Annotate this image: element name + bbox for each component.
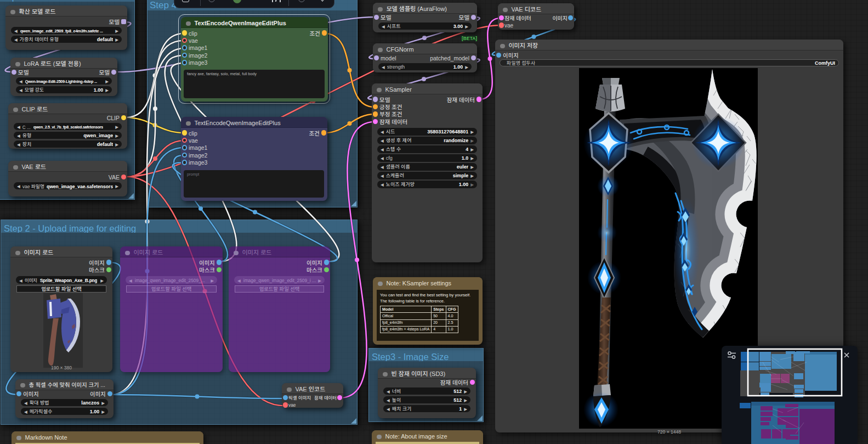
collapse-dot[interactable]	[15, 62, 20, 67]
collapse-dot[interactable]	[13, 108, 18, 113]
node-vae-loader[interactable]: VAE 로드 VAE ◀vae 파일명qwen_image_vae.safete…	[8, 161, 127, 196]
node-title-bar[interactable]: 모델 샘플링 (AuraFlow)	[373, 3, 477, 14]
node-textencode-negative[interactable]: TextEncodeQwenImageEditPlus clip 조건 vae …	[181, 117, 327, 201]
node-title-bar[interactable]: TextEncodeQwenImageEditPlus	[181, 17, 328, 28]
node-title-bar[interactable]: CFGNorm	[373, 43, 477, 54]
collapse-dot[interactable]	[378, 7, 383, 12]
node-title-bar[interactable]: LoRA 로드 (모델 전용)	[10, 58, 117, 69]
history-icon[interactable]	[298, 0, 305, 2]
collapse-dot[interactable]	[10, 10, 15, 15]
widget-denoise[interactable]: ◀노이즈 제거양1.00▶	[377, 181, 477, 188]
collapse-dot[interactable]	[503, 8, 508, 13]
group-resize-handle[interactable]	[128, 193, 134, 199]
node-title-bar[interactable]: KSampler	[372, 83, 483, 94]
output-port-model[interactable]	[121, 19, 127, 25]
input-port-vae[interactable]	[283, 402, 288, 408]
node-cfgnorm[interactable]: CFGNorm model patched_model ◀strength1.0…	[373, 43, 477, 72]
input-port-model[interactable]	[374, 15, 379, 20]
output-port-mask[interactable]	[217, 267, 222, 273]
input-port-image3[interactable]	[182, 160, 188, 165]
output-port-conditioning[interactable]	[322, 30, 327, 36]
widget-filename-prefix[interactable]: 파일명 접두사 ComfyUI	[500, 59, 839, 66]
node-title-bar[interactable]: VAE 로드	[8, 161, 127, 172]
output-port-model[interactable]	[111, 70, 117, 75]
collapse-dot[interactable]	[378, 48, 383, 53]
node-title-bar[interactable]: Markdown Note	[12, 431, 203, 442]
node-title-bar[interactable]: VAE 인코드	[282, 383, 343, 394]
widget-image-file[interactable]: ◀image_qwen_image_edit_2509_...▶	[126, 276, 217, 284]
group-resize-handle[interactable]	[477, 415, 483, 421]
workflows-icon[interactable]	[728, 352, 736, 358]
node-load-image-3-bypassed[interactable]: 이미지 로드 이미지 마스크 ◀image_qwen_image_edit_25…	[229, 246, 330, 372]
widget-image-file[interactable]: ◀이미지Sprite_Weapon_Axe_B.png▶	[16, 276, 107, 284]
widget-control-after-generate[interactable]: ◀생성 후 제어randomize▶	[377, 137, 477, 144]
output-port-latent[interactable]	[470, 380, 475, 385]
collapse-dot[interactable]	[20, 383, 25, 388]
close-icon[interactable]	[844, 353, 849, 357]
output-port-clip[interactable]	[121, 115, 127, 121]
collapse-dot[interactable]	[378, 282, 383, 286]
input-port-image1[interactable]	[182, 145, 188, 150]
node-title-bar[interactable]: 확산 모델 로드	[5, 5, 127, 16]
collapse-dot[interactable]	[186, 21, 191, 26]
input-port-clip[interactable]	[182, 130, 188, 136]
node-vae-encode[interactable]: VAE 인코드 픽셀 이미지 잠재 데이터 vae	[282, 383, 343, 408]
collapse-dot[interactable]	[13, 165, 18, 170]
input-port-model[interactable]	[12, 70, 17, 75]
widget-clip-type[interactable]: ◀유형qwen_image▶	[14, 132, 122, 139]
output-port-image[interactable]	[324, 260, 330, 265]
node-model-sampling[interactable]: 모델 샘플링 (AuraFlow) 모델 모델 ◀시프트3.00▶	[373, 3, 477, 32]
node-title-bar[interactable]: 이미지 로드	[10, 246, 112, 257]
upload-file-button[interactable]: 업로드할 파일 선택	[126, 285, 217, 293]
widget-megapixels[interactable]: ◀메가픽셀수1.00▶	[21, 408, 108, 415]
node-scale-image-to-pixels[interactable]: 총 픽셀 수에 맞춰 이미지 크기 ... 이미지 이미지 ◀확대 방법lanc…	[15, 379, 114, 418]
widget-device[interactable]: ◀장치default▶	[14, 140, 122, 148]
node-lora-loader[interactable]: LoRA 로드 (모델 전용) 모델 모델 ◀Qwen-Image-Edit-2…	[10, 58, 117, 96]
input-port-vae[interactable]	[182, 38, 188, 43]
save-icon[interactable]	[182, 0, 189, 2]
output-port-image[interactable]	[568, 15, 574, 21]
widget-strength-model[interactable]: ◀모델 강도1.00▶	[16, 86, 112, 94]
node-title-bar[interactable]: TextEncodeQwenImageEditPlus	[181, 117, 327, 128]
widget-width[interactable]: ◀너비512▶	[383, 387, 470, 395]
output-port-mask[interactable]	[324, 267, 330, 273]
upload-file-button[interactable]: 업로드할 파일 선택	[16, 285, 106, 293]
node-title-bar[interactable]: 빈 잠재 이미지 (SD3)	[378, 368, 476, 379]
widget-steps[interactable]: ◀스텝 수4▶	[377, 145, 477, 153]
queue-icon[interactable]	[272, 0, 281, 2]
chevron-down-icon[interactable]	[319, 0, 325, 2]
widget-sampler-name[interactable]: ◀샘플러 이름euler▶	[377, 163, 477, 171]
output-port-vae[interactable]	[121, 175, 127, 180]
output-port-image[interactable]	[217, 260, 222, 265]
node-graph-canvas[interactable]: Step 1 Step 4 Step 2 - Upload image for …	[0, 0, 868, 444]
output-port-latent[interactable]	[337, 395, 343, 401]
widget-ckpt-name[interactable]: ◀qwen_image_edit_2509_fp8_e4m3fn.safete …	[11, 27, 122, 35]
node-title-bar[interactable]: Note: About image size	[372, 430, 483, 441]
input-port-negative[interactable]	[373, 111, 378, 117]
input-port-latent[interactable]	[373, 119, 378, 125]
node-vae-decode[interactable]: VAE 디코드 잠재 데이터 이미지 vae	[498, 3, 574, 30]
input-port-image2[interactable]	[182, 53, 188, 58]
widget-vae-name[interactable]: ◀vae 파일명qwen_image_vae.safetensors▶	[14, 182, 122, 190]
collapse-dot[interactable]	[383, 372, 388, 377]
input-port-image1[interactable]	[182, 45, 188, 50]
widget-clip-name[interactable]: ◀C ...qwen_2.5_vl_7b_fp8_scaled.safetens…	[14, 123, 122, 131]
node-title-bar[interactable]: 이미지 로드	[229, 246, 330, 257]
node-markdown-note[interactable]: Markdown Note	[12, 431, 203, 444]
node-title-bar[interactable]: CLIP 로드	[8, 103, 127, 114]
node-empty-latent-image[interactable]: 빈 잠재 이미지 (SD3) 잠재 데이터 ◀너비512▶ ◀높이512▶ ◀배…	[378, 368, 476, 418]
input-port-clip[interactable]	[182, 30, 188, 36]
minimap-panel[interactable]	[722, 346, 858, 444]
input-port-pixels[interactable]	[283, 395, 288, 401]
widget-seed[interactable]: ◀시드358031270648801▶	[377, 128, 477, 136]
node-ksampler[interactable]: KSampler 모델 잠재 데이터 긍정 조건 부정 조건 잠재 데이터 ◀시…	[372, 83, 483, 262]
output-port-image[interactable]	[107, 391, 113, 397]
prompt-textarea[interactable]: fancy axe, fantasy, solo, metal, full bo…	[184, 70, 325, 98]
node-textencode-positive[interactable]: TextEncodeQwenImageEditPlus clip 조건 vae …	[181, 17, 328, 102]
output-port-model[interactable]	[471, 15, 476, 20]
top-toolbar[interactable]	[174, 0, 334, 8]
input-port-latent[interactable]	[499, 15, 504, 21]
collapse-dot[interactable]	[287, 387, 292, 392]
input-port-vae[interactable]	[499, 23, 504, 28]
node-title-bar[interactable]: Note: KSampler settings	[373, 277, 483, 288]
